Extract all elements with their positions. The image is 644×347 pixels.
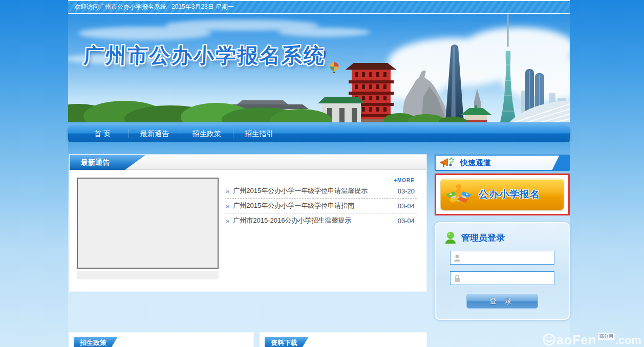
announcements-tab: 最新通告: [70, 155, 151, 170]
double-arrow-icon: »: [226, 217, 229, 225]
admin-login-title-row: 管理员登录: [444, 231, 561, 244]
banner: 广州市公办小学报名系统: [68, 14, 570, 122]
gaofen-logo-smiley-icon: [542, 333, 556, 346]
policy-panel: 招生政策 +MORE: [69, 333, 253, 347]
announcement-title[interactable]: 广州2015年公办小学一年级学位申请温馨提示: [233, 186, 398, 196]
download-header: 资料下载: [260, 337, 426, 347]
username-input[interactable]: [463, 252, 554, 264]
nav-item-policy[interactable]: 招生政策: [181, 125, 233, 142]
admin-login-title: 管理员登录: [461, 232, 505, 244]
quick-channel-title: 快速通道: [460, 158, 491, 168]
right-sidebar: 快速通道: [435, 155, 570, 320]
announcements-panel: 最新通告 +MORE » 广州2015年公办小学一年级学位申请温馨提示 03-2…: [69, 155, 426, 292]
nav-item-guide[interactable]: 招生指引: [233, 125, 285, 142]
announcement-media-column: [77, 178, 219, 279]
nav-item-announcements[interactable]: 最新通告: [128, 125, 181, 142]
register-button[interactable]: 公办小学报名: [440, 179, 564, 210]
admin-login-panel: 管理员登录: [435, 222, 570, 320]
double-arrow-icon: »: [226, 202, 229, 210]
page-wrapper: 欢迎访问广州市公办小学报名系统 2015年3月23日 星期一: [68, 0, 570, 347]
announcement-date: 03-04: [398, 217, 417, 225]
announcement-title[interactable]: 广州市2015-2016公办小学招生温馨提示: [233, 216, 398, 225]
date-text: 2015年3月23日 星期一: [171, 3, 234, 11]
announcement-date: 03-04: [398, 202, 417, 210]
megaphone-icon: [440, 157, 455, 169]
header-corner-decoration: [552, 155, 569, 170]
highlight-red-box: 公办小学报名: [435, 174, 570, 215]
download-panel: 资料下载 +MORE: [260, 333, 426, 347]
announcement-list: +MORE » 广州2015年公办小学一年级学位申请温馨提示 03-20 » 广…: [225, 178, 420, 279]
username-field-wrap: [450, 251, 554, 265]
announcement-date: 03-20: [398, 187, 417, 195]
watermark-badge: 高分网: [598, 333, 615, 340]
main-nav: 首 页 最新通告 招生政策 招生指引: [68, 125, 570, 142]
quick-channel-header: 快速通道: [435, 155, 570, 171]
lock-icon: [453, 274, 461, 283]
watermark-text: aoFen: [556, 333, 597, 346]
image-caption-placeholder: [77, 271, 219, 279]
download-tab: 资料下载: [265, 337, 309, 347]
gaofen-watermark: aoFen 高分网 .com: [542, 333, 641, 346]
content-area: 最新通告 +MORE » 广州2015年公办小学一年级学位申请温馨提示 03-2…: [68, 142, 570, 347]
double-arrow-icon: »: [226, 187, 229, 195]
password-field-wrap: [450, 271, 554, 285]
announcement-row[interactable]: » 广州市2015-2016公办小学招生温馨提示 03-04: [225, 213, 417, 228]
policy-header: 招生政策: [69, 337, 253, 347]
login-button[interactable]: 登 录: [466, 294, 538, 309]
announcements-header: 最新通告: [70, 155, 426, 170]
register-button-label: 公办小学报名: [479, 188, 540, 201]
site-title: 广州市公办小学报名系统: [83, 41, 326, 70]
avatar-icon: [444, 231, 457, 244]
announcement-title[interactable]: 广州2015年公办小学一年级学位申请指南: [233, 201, 398, 210]
image-placeholder: [77, 178, 219, 269]
person-icon: [453, 254, 461, 262]
top-bar: 欢迎访问广州市公办小学报名系统 2015年3月23日 星期一: [68, 0, 570, 14]
nav-item-home[interactable]: 首 页: [76, 125, 128, 142]
policy-tab: 招生政策: [74, 337, 118, 347]
school-register-icon: [445, 183, 473, 206]
watermark-suffix: .com: [615, 334, 641, 346]
announcement-row[interactable]: » 广州2015年公办小学一年级学位申请温馨提示 03-20: [225, 184, 417, 199]
welcome-text: 欢迎访问广州市公办小学报名系统: [74, 3, 166, 11]
announcement-row[interactable]: » 广州2015年公办小学一年级学位申请指南 03-04: [225, 199, 417, 213]
password-input[interactable]: [463, 273, 554, 284]
announcements-more-link[interactable]: +MORE: [225, 178, 415, 183]
